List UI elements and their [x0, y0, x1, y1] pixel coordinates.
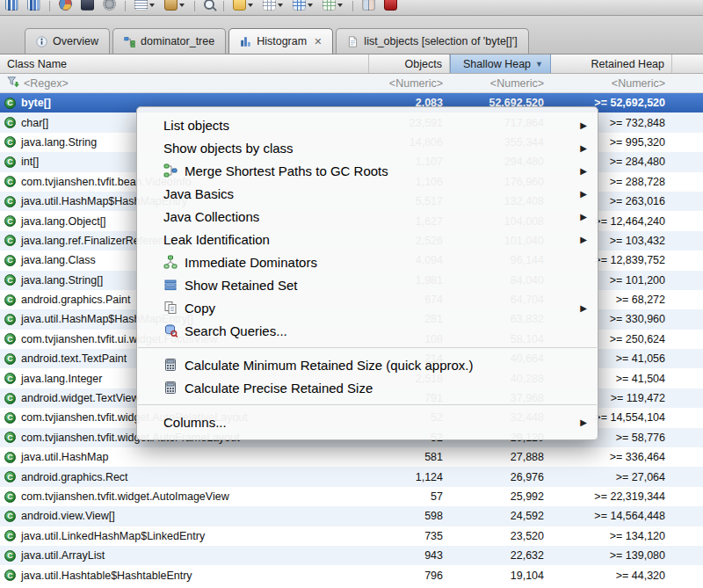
histogram-icon[interactable] [27, 0, 40, 11]
retained-heap-filter[interactable]: <Numeric> [551, 74, 672, 92]
menu-item[interactable]: Show objects by class ▶ [137, 136, 598, 159]
menu-item[interactable]: Show Retained Set [137, 273, 598, 296]
class-icon: C [4, 136, 16, 148]
table-row[interactable]: C android.view.View[] 598 24,592 >= 14,5… [0, 506, 703, 526]
grid2-icon[interactable] [323, 0, 336, 11]
main-toolbar [0, 0, 703, 16]
table-row[interactable]: C java.util.ArrayList 943 22,632 >= 139,… [0, 546, 703, 565]
toolbar-separator[interactable] [223, 1, 224, 11]
class-icon: C [4, 570, 16, 581]
list-icon[interactable] [134, 0, 148, 11]
menu-item[interactable]: List objects ▶ [137, 113, 598, 136]
calculator-icon [163, 358, 178, 372]
compare-icon[interactable] [362, 0, 375, 11]
tab[interactable]: Overview [25, 28, 110, 54]
shallow-heap-value: 26,976 [450, 471, 551, 483]
table-row[interactable]: C java.util.LinkedHashMap$LinkedEntry 73… [0, 526, 703, 546]
toolbar-separator[interactable] [125, 1, 126, 11]
class-icon: C [4, 373, 16, 384]
table-row[interactable]: C com.tvjianshen.tvfit.widget.AutoImageV… [0, 487, 703, 506]
menu-item[interactable]: Leak Identification ▶ [137, 228, 598, 250]
class-name: int[] [21, 156, 39, 168]
objects-value: 796 [369, 570, 450, 582]
shallow-heap-value: 23,520 [450, 530, 551, 542]
class-icon: C [4, 117, 16, 128]
package-icon[interactable] [164, 0, 178, 11]
class-name: java.util.LinkedHashMap$LinkedEntry [21, 530, 205, 542]
oql-icon[interactable] [81, 0, 94, 11]
immediate-dominators-icon [163, 255, 178, 269]
toolbar-separator[interactable] [352, 1, 353, 11]
folder-icon[interactable] [233, 0, 246, 11]
gear-icon[interactable] [103, 0, 116, 11]
menu-item[interactable]: Calculate Minimum Retained Size (quick a… [137, 353, 598, 376]
class-icon: C [4, 333, 16, 345]
chart-icon[interactable] [5, 0, 18, 11]
shallow-heap-value: 24,592 [450, 510, 551, 522]
menu-item-label: Search Queries... [185, 323, 287, 338]
class-icon: C [4, 196, 16, 207]
column-header-retained-heap[interactable]: Retained Heap [551, 54, 672, 73]
menu-item[interactable]: Merge Shortest Paths to GC Roots ▶ [137, 159, 598, 182]
class-name-filter[interactable]: <Regex> [0, 74, 369, 92]
menu-item[interactable]: Search Queries... [137, 319, 598, 342]
menu-item[interactable]: Copy ▶ [137, 296, 598, 319]
menu-item[interactable]: Immediate Dominators [137, 250, 598, 273]
submenu-arrow-icon: ▶ [580, 235, 587, 244]
column-header-shallow-heap[interactable]: Shallow Heap ▼ [450, 54, 551, 73]
copy-icon [163, 301, 178, 315]
class-icon: C [4, 353, 16, 365]
objects-value: 57 [369, 490, 450, 503]
class-name: java.util.ArrayList [21, 549, 105, 562]
gridblue-icon[interactable] [293, 0, 306, 11]
shallow-heap-label: Shallow Heap [463, 58, 531, 70]
class-name: java.lang.Object[] [21, 215, 106, 228]
dominator-tree-icon [124, 36, 135, 47]
shallow-heap-filter[interactable]: <Numeric> [450, 74, 551, 92]
class-name: java.lang.Integer [21, 373, 102, 385]
context-menu: List objects ▶ Show objects by class ▶ M [136, 106, 598, 440]
class-name: java.lang.String [21, 136, 97, 149]
shallow-heap-value: 27,888 [450, 451, 551, 463]
class-icon: C [4, 471, 16, 483]
submenu-arrow-icon: ▶ [580, 303, 587, 313]
stop-icon[interactable] [384, 0, 397, 11]
menu-item[interactable]: Calculate Precise Retained Size [137, 376, 598, 399]
info-icon [36, 36, 47, 47]
objects-value: 943 [369, 549, 450, 562]
objects-value: 735 [369, 530, 450, 542]
submenu-arrow-icon: ▶ [580, 143, 587, 153]
objects-filter[interactable]: <Numeric> [369, 74, 450, 92]
calculator-icon [163, 381, 178, 395]
tab[interactable]: list_objects [selection of 'byte[]'] [336, 28, 528, 54]
table-row[interactable]: C java.util.Hashtable$HashtableEntry 796… [0, 565, 703, 584]
menu-item[interactable]: Columns... ▶ [137, 410, 598, 433]
tab-label: Overview [53, 35, 98, 47]
search-icon[interactable] [204, 0, 214, 10]
shallow-heap-value: 19,104 [450, 570, 551, 582]
column-header-objects[interactable]: Objects [369, 54, 450, 73]
menu-item-label: Show Retained Set [185, 278, 297, 293]
class-name: java.util.HashMap [21, 451, 108, 463]
menu-item[interactable]: Java Collections ▶ [137, 205, 598, 228]
tab[interactable]: dominator_tree [112, 28, 226, 54]
menu-item-label: Leak Identification [163, 232, 270, 247]
retained-set-icon [163, 278, 178, 292]
column-header-class-name[interactable]: Class Name [0, 54, 369, 73]
submenu-arrow-icon: ▶ [580, 212, 587, 221]
menu-item[interactable]: Java Basics ▶ [137, 182, 598, 205]
overview-icon[interactable] [59, 0, 72, 11]
class-name: android.widget.TextView [21, 392, 140, 404]
table-row[interactable]: C android.graphics.Rect 1,124 26,976 >= … [0, 467, 703, 486]
class-name: char[] [21, 117, 48, 129]
grid-icon[interactable] [263, 0, 276, 11]
objects-value: 581 [369, 451, 450, 463]
toolbar-separator[interactable] [194, 1, 195, 11]
tab-close-icon[interactable]: ✕ [314, 36, 322, 47]
retained-heap-value: >= 27,064 [551, 471, 672, 483]
tab[interactable]: Histogram ✕ [228, 28, 333, 54]
toolbar-separator[interactable] [49, 1, 50, 11]
table-row[interactable]: C java.util.HashMap 581 27,888 >= 336,46… [0, 447, 703, 467]
document-icon [347, 36, 359, 47]
table-header: Class Name Objects Shallow Heap ▼ Retain… [0, 54, 703, 74]
